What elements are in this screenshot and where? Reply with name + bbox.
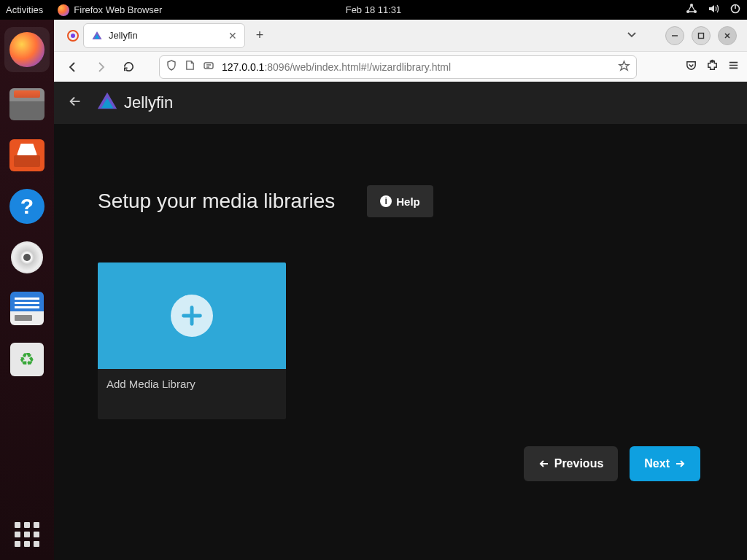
files-icon	[9, 88, 44, 120]
jellyfin-brand[interactable]: Jellyfin	[96, 90, 173, 115]
browser-chrome: Jellyfin ✕ +	[54, 20, 747, 82]
window-close-button[interactable]	[718, 26, 737, 45]
wizard-footer: Previous Next	[524, 446, 700, 481]
dock-firefox[interactable]	[4, 27, 50, 72]
firefox-icon	[58, 4, 69, 16]
power-icon[interactable]	[729, 3, 741, 17]
svg-point-8	[711, 60, 713, 62]
firefox-icon	[9, 32, 44, 67]
browser-tab[interactable]: Jellyfin ✕	[83, 23, 245, 48]
card-image	[98, 262, 286, 369]
dock-files[interactable]	[8, 85, 46, 123]
nav-reload-button[interactable]	[117, 55, 140, 79]
window-maximize-button[interactable]	[692, 26, 711, 45]
ubuntu-dock: ?	[0, 20, 54, 560]
jellyfin-brand-text: Jellyfin	[124, 93, 173, 112]
tab-bar: Jellyfin ✕ +	[54, 20, 747, 51]
clock[interactable]: Feb 18 11:31	[346, 4, 402, 15]
jellyfin-back-button[interactable]	[67, 93, 83, 112]
browser-toolbar: 127.0.0.1:8096/web/index.html#!/wizardli…	[54, 51, 747, 82]
top-app-menu[interactable]: Firefox Web Browser	[58, 4, 162, 16]
dock-text-editor[interactable]	[8, 289, 46, 327]
previous-button[interactable]: Previous	[524, 446, 619, 481]
tabs-dropdown-icon[interactable]	[626, 28, 638, 43]
close-tab-icon[interactable]: ✕	[228, 30, 237, 42]
next-label: Next	[644, 457, 670, 470]
top-app-label: Firefox Web Browser	[74, 4, 162, 15]
url-bar[interactable]: 127.0.0.1:8096/web/index.html#!/wizardli…	[159, 55, 637, 79]
page-info-icon[interactable]	[185, 60, 196, 74]
pocket-icon[interactable]	[685, 59, 697, 74]
dock-trash[interactable]	[8, 341, 46, 378]
jellyfin-favicon-icon	[91, 30, 103, 42]
previous-label: Previous	[554, 457, 604, 470]
info-icon: i	[380, 195, 392, 207]
activities-button[interactable]: Activities	[6, 4, 43, 15]
plus-circle-icon	[171, 295, 213, 337]
help-label: Help	[396, 195, 420, 208]
jellyfin-header: Jellyfin	[54, 82, 747, 124]
help-button[interactable]: i Help	[367, 185, 433, 217]
svg-point-5	[71, 34, 75, 38]
bookmark-star-icon[interactable]	[618, 60, 630, 74]
jellyfin-app: Jellyfin Setup your media libraries i He…	[54, 82, 747, 560]
shield-icon[interactable]	[166, 60, 177, 74]
firefox-window: Jellyfin ✕ +	[54, 20, 747, 560]
add-media-library-card[interactable]: Add Media Library	[98, 262, 286, 419]
jellyfin-logo-icon	[96, 90, 118, 115]
disc-icon	[11, 241, 43, 273]
help-icon: ?	[9, 189, 44, 224]
next-button[interactable]: Next	[630, 446, 700, 481]
nav-back-button[interactable]	[61, 55, 85, 79]
firefox-view-icon[interactable]	[67, 30, 79, 42]
trash-icon	[10, 343, 44, 376]
software-store-icon	[9, 139, 44, 171]
permissions-icon[interactable]	[203, 60, 214, 74]
app-menu-icon[interactable]	[727, 59, 740, 74]
nav-forward-button[interactable]	[89, 55, 112, 79]
gnome-top-panel: Activities Firefox Web Browser Feb 18 11…	[0, 0, 747, 20]
dock-disc[interactable]	[8, 238, 46, 276]
network-icon[interactable]	[686, 3, 697, 17]
extensions-icon[interactable]	[706, 59, 719, 74]
dock-help[interactable]: ?	[8, 187, 46, 225]
wizard-content: Setup your media libraries i Help Add Me…	[54, 124, 747, 419]
card-label: Add Media Library	[98, 369, 286, 419]
text-editor-icon	[10, 292, 44, 325]
dock-show-apps[interactable]	[15, 522, 39, 547]
dock-software[interactable]	[8, 136, 46, 174]
url-text: 127.0.0.1:8096/web/index.html#!/wizardli…	[222, 61, 451, 73]
svg-rect-7	[204, 63, 213, 69]
window-minimize-button[interactable]	[665, 26, 684, 45]
svg-rect-6	[699, 33, 704, 38]
page-title: Setup your media libraries	[98, 190, 335, 213]
volume-icon[interactable]	[708, 3, 719, 17]
tab-title: Jellyfin	[109, 30, 138, 41]
new-tab-button[interactable]: +	[249, 26, 270, 46]
